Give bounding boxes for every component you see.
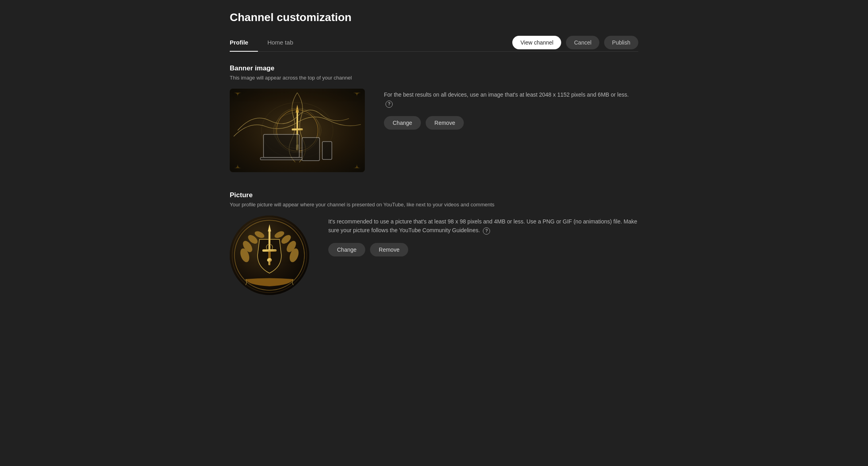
banner-description: For the best results on all devices, use…	[384, 90, 638, 108]
profile-image	[230, 216, 309, 295]
banner-remove-button[interactable]: Remove	[426, 116, 464, 130]
banner-info: For the best results on all devices, use…	[384, 89, 638, 130]
banner-change-button[interactable]: Change	[384, 116, 421, 130]
view-channel-button[interactable]: View channel	[512, 36, 561, 49]
picture-section: Picture Your profile picture will appear…	[230, 191, 638, 295]
banner-preview	[230, 89, 365, 172]
banner-actions: Change Remove	[384, 116, 638, 130]
banner-body: For the best results on all devices, use…	[230, 89, 638, 172]
picture-preview	[230, 216, 309, 295]
banner-image	[230, 89, 365, 172]
banner-title: Banner image	[230, 64, 638, 72]
tab-home[interactable]: Home tab	[267, 33, 303, 51]
publish-button[interactable]: Publish	[604, 36, 638, 49]
picture-body: It's recommended to use a picture that's…	[230, 216, 638, 295]
banner-section: Banner image This image will appear acro…	[230, 64, 638, 172]
tabs-container: Profile Home tab	[230, 33, 312, 51]
picture-help-icon[interactable]: ?	[483, 227, 490, 235]
cancel-button[interactable]: Cancel	[566, 36, 599, 49]
banner-help-icon[interactable]: ?	[386, 101, 393, 108]
picture-title: Picture	[230, 191, 638, 199]
svg-point-28	[267, 258, 272, 262]
svg-rect-5	[292, 128, 303, 130]
header-actions: View channel Cancel Publish	[512, 36, 638, 49]
picture-info: It's recommended to use a picture that's…	[328, 216, 638, 256]
picture-actions: Change Remove	[328, 243, 638, 256]
svg-rect-27	[268, 252, 271, 259]
header-row: Profile Home tab View channel Cancel Pub…	[230, 33, 638, 52]
tab-profile[interactable]: Profile	[230, 33, 258, 51]
page-title: Channel customization	[230, 11, 638, 24]
picture-description: It's recommended to use a picture that's…	[328, 217, 638, 235]
banner-subtitle: This image will appear across the top of…	[230, 75, 638, 81]
content-area: Banner image This image will appear acro…	[230, 52, 638, 295]
svg-rect-12	[322, 142, 332, 159]
svg-rect-10	[260, 157, 302, 160]
svg-rect-11	[302, 138, 320, 161]
svg-rect-9	[264, 134, 299, 157]
picture-remove-button[interactable]: Remove	[370, 243, 408, 256]
picture-subtitle: Your profile picture will appear where y…	[230, 202, 638, 208]
picture-change-button[interactable]: Change	[328, 243, 365, 256]
